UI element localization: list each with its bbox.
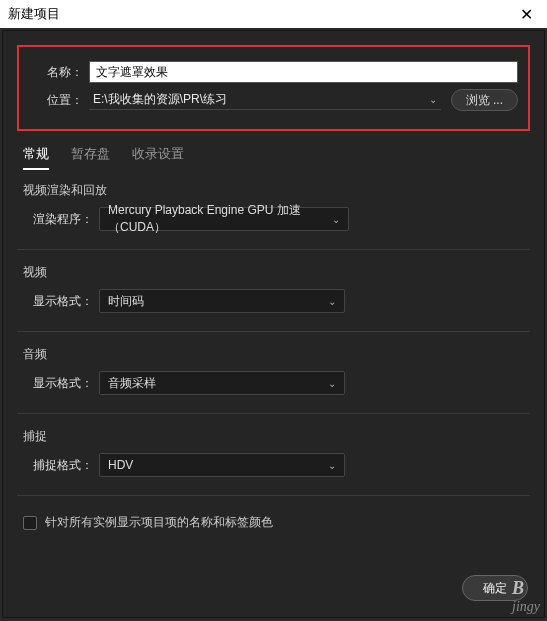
capture-format-label: 捕捉格式： [23, 457, 93, 474]
chevron-down-icon: ⌄ [322, 296, 336, 307]
highlight-annotation: 名称： 位置： E:\我收集的资源\PR\练习 ⌄ 浏览 ... [17, 45, 530, 131]
section-video-render: 视频渲染和回放 渲染程序： Mercury Playback Engine GP… [23, 182, 524, 231]
section-title-capture: 捕捉 [23, 428, 524, 445]
video-format-select[interactable]: 时间码 ⌄ [99, 289, 345, 313]
location-label: 位置： [29, 92, 83, 109]
dialog-title: 新建项目 [8, 5, 60, 23]
location-dropdown[interactable]: E:\我收集的资源\PR\练习 ⌄ [89, 90, 441, 110]
chevron-down-icon: ⌄ [423, 94, 437, 105]
audio-format-select[interactable]: 音频采样 ⌄ [99, 371, 345, 395]
audio-format-label: 显示格式： [23, 375, 93, 392]
divider [17, 331, 530, 332]
renderer-select[interactable]: Mercury Playback Engine GPU 加速（CUDA） ⌄ [99, 207, 349, 231]
tab-bar: 常规 暂存盘 收录设置 [17, 141, 530, 170]
tab-general[interactable]: 常规 [23, 145, 49, 170]
capture-format-value: HDV [108, 458, 133, 472]
divider [17, 495, 530, 496]
tab-scratch-disks[interactable]: 暂存盘 [71, 145, 110, 170]
video-format-label: 显示格式： [23, 293, 93, 310]
section-audio: 音频 显示格式： 音频采样 ⌄ [23, 346, 524, 395]
chevron-down-icon: ⌄ [326, 214, 340, 225]
chevron-down-icon: ⌄ [322, 378, 336, 389]
divider [17, 413, 530, 414]
close-icon[interactable]: ✕ [514, 5, 539, 24]
show-labels-label: 针对所有实例显示项目项的名称和标签颜色 [45, 514, 273, 531]
capture-format-select[interactable]: HDV ⌄ [99, 453, 345, 477]
project-name-input[interactable] [89, 61, 518, 83]
audio-format-value: 音频采样 [108, 375, 156, 392]
location-value: E:\我收集的资源\PR\练习 [93, 91, 227, 108]
section-title-video: 视频 [23, 264, 524, 281]
section-video: 视频 显示格式： 时间码 ⌄ [23, 264, 524, 313]
chevron-down-icon: ⌄ [322, 460, 336, 471]
section-capture: 捕捉 捕捉格式： HDV ⌄ [23, 428, 524, 477]
name-label: 名称： [29, 64, 83, 81]
ok-button[interactable]: 确定 [462, 575, 528, 601]
section-title-audio: 音频 [23, 346, 524, 363]
renderer-value: Mercury Playback Engine GPU 加速（CUDA） [108, 202, 326, 236]
divider [17, 249, 530, 250]
section-title-render: 视频渲染和回放 [23, 182, 524, 199]
show-labels-checkbox[interactable] [23, 516, 37, 530]
tab-ingest-settings[interactable]: 收录设置 [132, 145, 184, 170]
renderer-label: 渲染程序： [23, 211, 93, 228]
video-format-value: 时间码 [108, 293, 144, 310]
browse-button[interactable]: 浏览 ... [451, 89, 518, 111]
